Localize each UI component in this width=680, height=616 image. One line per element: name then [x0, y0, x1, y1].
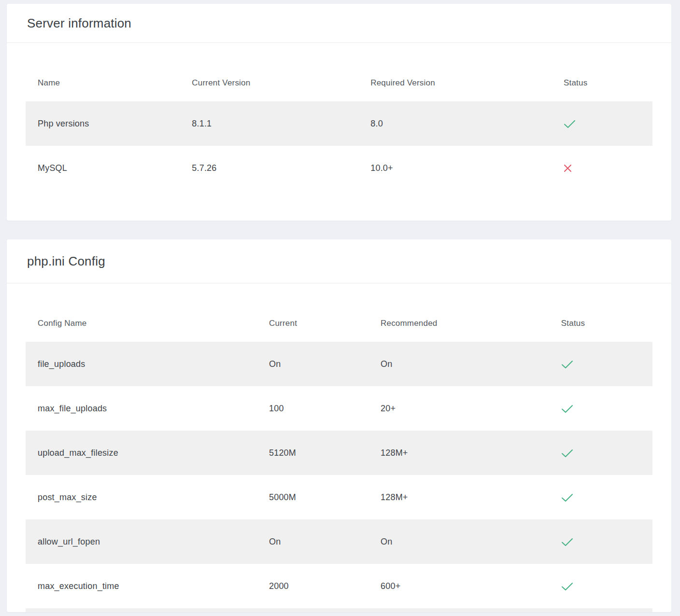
- check-icon: [564, 120, 576, 128]
- server-information-header: Server information: [7, 4, 671, 43]
- cell-name: max_execution_time: [26, 564, 257, 608]
- php-ini-config-table: Config NameCurrentRecommendedStatus file…: [26, 305, 652, 612]
- cell-current: 5120M: [257, 431, 368, 475]
- cell-current: 100: [257, 386, 368, 431]
- status-pass-cell: [549, 564, 652, 608]
- cell-name: MySQL: [26, 146, 180, 190]
- cell-current: 2000: [257, 564, 368, 608]
- status-pass-cell: [549, 475, 652, 519]
- php-ini-config-body: Config NameCurrentRecommendedStatus file…: [7, 283, 671, 612]
- column-header-required-version: Required Version: [358, 65, 552, 101]
- cell-name: Php versions: [26, 101, 180, 146]
- status-pass-cell: [552, 101, 652, 146]
- table-row: max_execution_time2000600+: [26, 564, 652, 608]
- table-header-row: NameCurrent VersionRequired VersionStatu…: [26, 65, 652, 101]
- check-icon: [561, 449, 573, 458]
- php-ini-config-header: php.ini Config: [7, 239, 671, 283]
- status-pass-cell: [549, 386, 652, 431]
- status-pass-cell: [549, 431, 652, 475]
- table-row: allow_url_fopenOnOn: [26, 519, 652, 564]
- cell-recommended: 600+: [368, 564, 549, 608]
- cell-recommended: On: [368, 519, 549, 564]
- server-information-table: NameCurrent VersionRequired VersionStatu…: [26, 65, 652, 190]
- check-icon: [561, 538, 573, 546]
- check-icon: [561, 360, 573, 369]
- check-icon: [561, 582, 573, 591]
- cell-required: 8.0: [358, 101, 552, 146]
- table-row: upload_max_filesize5120M128M+: [26, 431, 652, 475]
- cell-name: allow_url_fopen: [26, 519, 257, 564]
- column-header-name: Name: [26, 65, 180, 101]
- server-information-card: Server information NameCurrent VersionRe…: [7, 4, 671, 221]
- php-ini-config-card: php.ini Config Config NameCurrentRecomme…: [7, 239, 671, 612]
- partial-row-cell: [26, 608, 652, 612]
- cell-recommended: 128M+: [368, 475, 549, 519]
- cell-recommended: 20+: [368, 386, 549, 431]
- cross-icon: [564, 164, 572, 172]
- server-information-title: Server information: [27, 16, 651, 31]
- table-row: Php versions8.1.18.0: [26, 101, 652, 146]
- check-icon: [561, 493, 573, 502]
- column-header-status: Status: [552, 65, 652, 101]
- table-row-partial: [26, 608, 652, 612]
- status-pass-cell: [549, 342, 652, 386]
- cell-name: file_uploads: [26, 342, 257, 386]
- cell-name: max_file_uploads: [26, 386, 257, 431]
- cell-recommended: 128M+: [368, 431, 549, 475]
- cell-name: upload_max_filesize: [26, 431, 257, 475]
- status-fail-cell: [552, 146, 652, 190]
- cell-current: 5.7.26: [180, 146, 358, 190]
- cell-current: On: [257, 342, 368, 386]
- table-row: MySQL5.7.2610.0+: [26, 146, 652, 190]
- table-header-row: Config NameCurrentRecommendedStatus: [26, 305, 652, 342]
- column-header-current-version: Current Version: [180, 65, 358, 101]
- column-header-status: Status: [549, 305, 652, 342]
- php-ini-config-title: php.ini Config: [27, 254, 651, 269]
- server-information-body: NameCurrent VersionRequired VersionStatu…: [7, 43, 671, 221]
- column-header-current: Current: [257, 305, 368, 342]
- table-row: post_max_size5000M128M+: [26, 475, 652, 519]
- system-status-page: Server information NameCurrent VersionRe…: [0, 0, 680, 616]
- column-header-config-name: Config Name: [26, 305, 257, 342]
- cell-name: post_max_size: [26, 475, 257, 519]
- cell-current: 8.1.1: [180, 101, 358, 146]
- check-icon: [561, 405, 573, 413]
- cell-current: On: [257, 519, 368, 564]
- cell-current: 5000M: [257, 475, 368, 519]
- table-row: max_file_uploads10020+: [26, 386, 652, 431]
- status-pass-cell: [549, 519, 652, 564]
- column-header-recommended: Recommended: [368, 305, 549, 342]
- cell-recommended: On: [368, 342, 549, 386]
- table-row: file_uploadsOnOn: [26, 342, 652, 386]
- cell-required: 10.0+: [358, 146, 552, 190]
